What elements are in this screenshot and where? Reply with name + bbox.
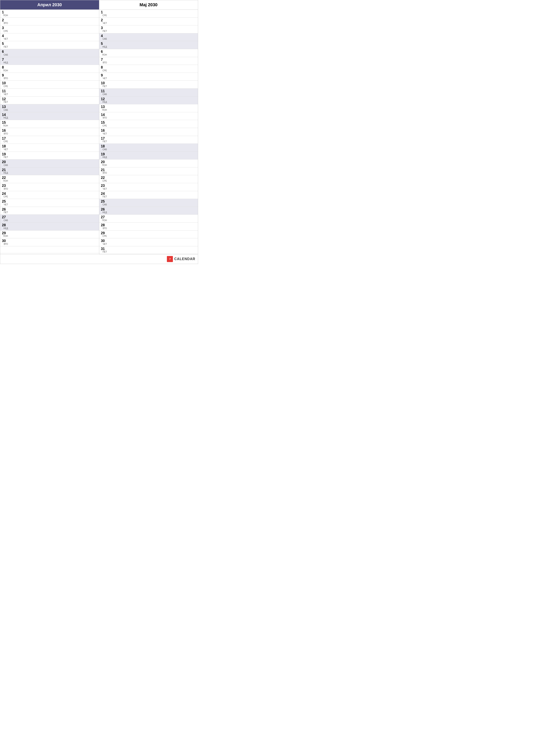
day-number: 6 (2, 50, 8, 54)
calendar-header: Април 2030 Maj 2030 (0, 0, 198, 10)
day-name: вто (4, 243, 8, 245)
april-day-row: 12 ПЕТ (0, 96, 99, 104)
day-number: 12 (101, 97, 107, 101)
day-number: 9 (2, 73, 8, 77)
day-content: 2 ЧЕТ (101, 18, 107, 25)
april-day-row: 22 пон (0, 175, 99, 183)
april-day-row: 17 CPE (0, 136, 99, 144)
may-day-row: 8 CPE (99, 65, 198, 73)
day-name: CPE (103, 124, 107, 127)
day-content: 18 САБ (101, 145, 107, 151)
day-name: CPE (103, 69, 107, 72)
april-day-row: 16 вто (0, 128, 99, 136)
day-number: 20 (2, 160, 8, 164)
april-day-row: 14 НЕД (0, 112, 99, 120)
may-day-row: 4 САБ (99, 33, 198, 41)
day-name: пон (102, 164, 107, 166)
day-content: 20 пон (101, 160, 107, 167)
day-number: 26 (101, 207, 107, 211)
may-day-row: 14 вто (99, 112, 198, 120)
day-number: 19 (2, 152, 8, 156)
day-name: CPE (3, 140, 8, 143)
day-number: 12 (2, 97, 8, 101)
day-content: 23 ЧЕТ (101, 184, 107, 190)
may-day-row: 18 САБ (99, 144, 198, 152)
day-content: 12 НЕД (101, 97, 107, 104)
day-name: вто (4, 188, 8, 190)
day-name: CPE (3, 196, 8, 198)
day-content: 17 CPE (2, 137, 8, 143)
day-content: 16 ЧЕТ (101, 129, 107, 135)
day-number: 20 (101, 160, 107, 164)
day-name: ПЕТ (4, 156, 8, 158)
day-name: CPE (3, 30, 8, 32)
day-name: САБ (103, 148, 107, 150)
day-number: 7 (2, 58, 8, 62)
day-name: ЧЕТ (4, 148, 8, 150)
day-content: 24 ПЕТ (101, 192, 107, 198)
day-name: вто (4, 133, 8, 135)
day-name: ПЕТ (103, 30, 107, 32)
day-number: 28 (101, 223, 107, 227)
day-content: 5 ПЕТ (2, 42, 8, 48)
day-number: 2 (101, 18, 107, 22)
day-content: 16 вто (2, 129, 8, 135)
may-day-row: 11 САБ (99, 89, 198, 96)
day-number: 23 (2, 184, 8, 188)
day-number: 3 (2, 26, 8, 30)
day-content: 7 НЕД (2, 58, 8, 64)
may-day-row: 22 CPE (99, 175, 198, 183)
day-number: 27 (2, 215, 8, 219)
day-content: 13 пон (101, 105, 107, 111)
april-day-row: 13 САБ (0, 104, 99, 112)
day-content: 3 ПЕТ (101, 26, 107, 33)
day-content: 1 CPE (101, 10, 107, 17)
day-name: НЕД (103, 46, 107, 48)
day-number: 24 (101, 192, 107, 196)
day-number: 25 (101, 200, 107, 203)
day-number: 14 (101, 113, 107, 117)
may-day-row: 5 НЕД (99, 41, 198, 49)
day-content: 9 вто (2, 73, 8, 80)
day-number: 31 (101, 247, 107, 251)
day-name: ПЕТ (4, 101, 8, 103)
day-number: 1 (2, 10, 8, 14)
day-number: 2 (2, 18, 8, 22)
day-name: вто (4, 22, 8, 24)
day-number: 22 (101, 176, 107, 180)
day-content: 7 вто (101, 58, 107, 64)
day-number: 14 (2, 113, 8, 117)
day-content: 30 вто (2, 239, 8, 245)
logo-text: CALENDAR (174, 257, 195, 261)
day-content: 14 НЕД (2, 113, 8, 120)
day-name: НЕД (3, 117, 8, 119)
may-header: Maj 2030 (99, 0, 198, 10)
logo-number: 7 (169, 258, 170, 260)
april-column: 1 пон 2 вто 3 CPE 4 ЧЕТ 5 ПЕТ (0, 10, 99, 254)
day-name: НЕД (3, 62, 8, 64)
day-number: 17 (2, 137, 8, 141)
day-number: 5 (2, 42, 8, 46)
may-day-row: 23 ЧЕТ (99, 183, 198, 191)
day-name: НЕД (103, 211, 107, 214)
day-content: 12 ПЕТ (2, 97, 8, 104)
calendar-container: Април 2030 Maj 2030 1 пон 2 вто 3 CPE 4 … (0, 0, 198, 264)
day-number: 17 (101, 137, 107, 141)
april-day-row: 26 ПЕТ (0, 207, 99, 215)
day-number: 8 (2, 66, 8, 69)
day-content: 27 САБ (2, 215, 8, 222)
april-day-row: 21 НЕД (0, 168, 99, 176)
day-number: 9 (101, 73, 107, 77)
day-name: САБ (4, 109, 8, 111)
calendar-footer: 7 CALENDAR (0, 254, 198, 264)
may-day-row: 3 ПЕТ (99, 25, 198, 33)
day-name: ПЕТ (103, 251, 107, 253)
day-content: 28 НЕД (2, 223, 8, 230)
april-day-row: 19 ПЕТ (0, 152, 99, 160)
day-content: 6 пон (101, 50, 107, 56)
day-name: НЕД (3, 227, 8, 230)
day-content: 20 САБ (2, 160, 8, 167)
day-number: 11 (2, 89, 8, 93)
april-day-row: 18 ЧЕТ (0, 144, 99, 152)
day-number: 23 (101, 184, 107, 188)
